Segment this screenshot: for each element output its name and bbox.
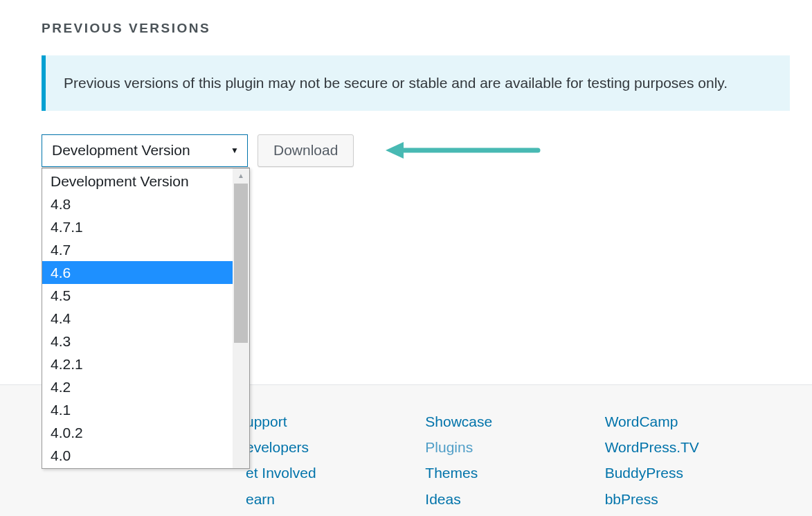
- version-option[interactable]: 4.0: [42, 444, 233, 467]
- footer-link[interactable]: Ideas: [425, 490, 590, 508]
- scroll-track[interactable]: [233, 184, 249, 468]
- download-button[interactable]: Download: [258, 134, 354, 167]
- version-option[interactable]: Development Version: [42, 170, 233, 193]
- footer-link[interactable]: WordPress.TV: [605, 438, 770, 456]
- annotation-arrow-icon: [383, 139, 542, 161]
- version-option[interactable]: 4.5: [42, 284, 233, 307]
- footer-link[interactable]: Plugins: [425, 438, 590, 456]
- version-option[interactable]: 4.6: [42, 261, 233, 284]
- chevron-down-icon: ▼: [231, 145, 239, 155]
- footer-link[interactable]: BuddyPress: [605, 464, 770, 481]
- footer-link[interactable]: Showcase: [425, 413, 590, 430]
- version-dropdown[interactable]: Development Version4.84.7.14.74.64.54.44…: [42, 168, 250, 469]
- version-option[interactable]: 4.4: [42, 307, 233, 330]
- footer-link[interactable]: Themes: [425, 464, 590, 481]
- version-option[interactable]: 4.0.2: [42, 421, 233, 444]
- version-option[interactable]: 4.2.1: [42, 353, 233, 375]
- footer-link[interactable]: bbPress: [605, 490, 770, 508]
- warning-notice: Previous versions of this plugin may not…: [42, 55, 790, 111]
- version-option[interactable]: 4.3: [42, 330, 233, 353]
- scroll-up-icon[interactable]: ▲: [233, 168, 249, 184]
- scroll-thumb[interactable]: [234, 184, 248, 343]
- svg-marker-1: [386, 142, 404, 159]
- version-option[interactable]: 4.7: [42, 238, 233, 261]
- version-option[interactable]: 4.7.1: [42, 215, 233, 238]
- dropdown-scrollbar[interactable]: ▲: [233, 168, 249, 468]
- version-option[interactable]: 4.1: [42, 398, 233, 421]
- footer-link[interactable]: WordCamp: [605, 413, 770, 430]
- footer-link[interactable]: upport: [246, 413, 411, 430]
- footer-link[interactable]: et Involved: [246, 464, 411, 481]
- version-option[interactable]: 4.2: [42, 375, 233, 398]
- version-select[interactable]: Development Version ▼ Development Versio…: [42, 134, 248, 167]
- footer-link[interactable]: earn: [246, 490, 411, 508]
- version-select-value: Development Version: [52, 142, 190, 159]
- section-heading: PREVIOUS VERSIONS: [42, 21, 790, 36]
- footer-link[interactable]: evelopers: [246, 438, 411, 456]
- version-option[interactable]: 4.8: [42, 193, 233, 215]
